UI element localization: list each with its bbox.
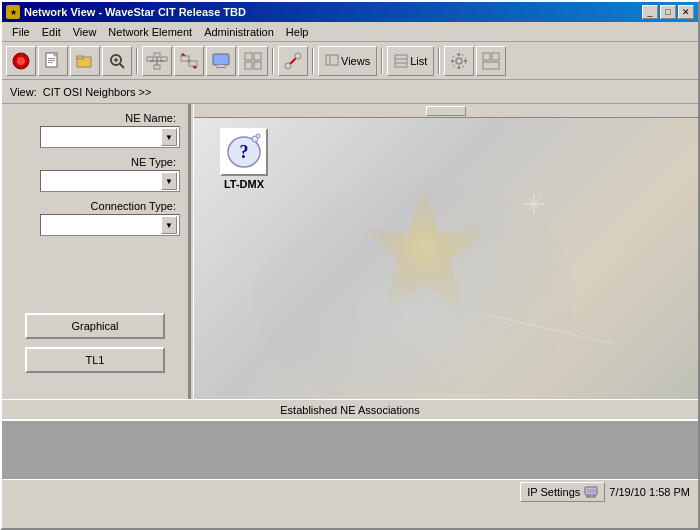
- close-button[interactable]: ✕: [678, 5, 694, 19]
- toolbar-sep-4: [381, 48, 383, 74]
- menu-file[interactable]: File: [6, 24, 36, 40]
- svg-point-40: [452, 54, 466, 68]
- ne-type-group: NE Type: ▼: [10, 156, 180, 192]
- network-element-ltdmx[interactable]: ? LT-DMX: [220, 128, 268, 190]
- background-decoration: [214, 114, 634, 394]
- menu-network-element[interactable]: Network Element: [102, 24, 198, 40]
- svg-rect-16: [154, 65, 160, 69]
- view-bar: View: CIT OSI Neighbors >>: [2, 80, 698, 104]
- bottom-status-bar: IP Settings 7/19/10 1:58 PM: [2, 479, 698, 504]
- svg-rect-44: [464, 60, 467, 62]
- settings-button[interactable]: [444, 46, 474, 76]
- menu-help[interactable]: Help: [280, 24, 315, 40]
- ne-type-label: NE Type:: [131, 156, 180, 168]
- svg-rect-25: [218, 65, 224, 67]
- disconnect-button[interactable]: [174, 46, 204, 76]
- bottom-area: IP Settings 7/19/10 1:58 PM: [2, 419, 698, 504]
- views-label: Views: [341, 55, 370, 67]
- ne-name-group: NE Name: ▼: [10, 112, 180, 148]
- menu-bar: File Edit View Network Element Administr…: [2, 22, 698, 42]
- svg-rect-34: [326, 55, 338, 65]
- stop-button[interactable]: [6, 46, 36, 76]
- ne-icon-box: ?: [220, 128, 268, 176]
- svg-rect-63: [587, 489, 591, 493]
- svg-rect-5: [48, 60, 55, 61]
- svg-rect-29: [245, 62, 252, 69]
- toolbar-sep-1: [136, 48, 138, 74]
- svg-rect-15: [161, 57, 167, 61]
- svg-rect-64: [592, 489, 596, 493]
- ne-name-arrow[interactable]: ▼: [161, 128, 177, 146]
- svg-rect-26: [216, 67, 226, 68]
- left-panel: NE Name: ▼ NE Type: ▼ Connection Type:: [2, 104, 190, 399]
- toolbar-sep-3: [312, 48, 314, 74]
- svg-rect-30: [254, 62, 261, 69]
- connection-type-dropdown[interactable]: ▼: [40, 214, 180, 236]
- status-bar: Established NE Associations: [2, 399, 698, 419]
- view-value: CIT OSI Neighbors >>: [43, 86, 152, 98]
- svg-rect-24: [213, 54, 229, 65]
- maximize-button[interactable]: □: [660, 5, 676, 19]
- svg-rect-14: [154, 53, 160, 57]
- list-label: List: [410, 55, 427, 67]
- svg-rect-43: [451, 60, 454, 62]
- datetime-display: 7/19/10 1:58 PM: [609, 486, 690, 498]
- status-text: Established NE Associations: [6, 404, 694, 416]
- svg-rect-41: [458, 53, 460, 56]
- connection-type-arrow[interactable]: ▼: [161, 216, 177, 234]
- view-label: View:: [10, 86, 37, 98]
- title-controls: _ □ ✕: [642, 5, 694, 19]
- svg-rect-42: [458, 66, 460, 69]
- svg-point-32: [285, 63, 291, 69]
- grid-button[interactable]: [238, 46, 268, 76]
- svg-rect-45: [483, 53, 490, 60]
- svg-rect-13: [147, 57, 153, 61]
- window-title: Network View - WaveStar CIT Release TBD: [24, 6, 246, 18]
- svg-rect-36: [395, 55, 407, 67]
- network-canvas[interactable]: ? LT-DMX: [194, 104, 698, 399]
- ne-type-dropdown[interactable]: ▼: [40, 170, 180, 192]
- open-button[interactable]: [70, 46, 100, 76]
- tl1-button[interactable]: TL1: [25, 347, 165, 373]
- ne-name-dropdown[interactable]: ▼: [40, 126, 180, 148]
- network-button[interactable]: [142, 46, 172, 76]
- graphical-button[interactable]: Graphical: [25, 313, 165, 339]
- ne-type-arrow[interactable]: ▼: [161, 172, 177, 190]
- ne-label: LT-DMX: [224, 178, 264, 190]
- views-button[interactable]: Views: [318, 46, 377, 76]
- ne-name-label: NE Name:: [125, 112, 180, 124]
- svg-rect-6: [48, 62, 53, 63]
- ip-settings-label: IP Settings: [527, 486, 580, 498]
- title-bar: ★ Network View - WaveStar CIT Release TB…: [2, 2, 698, 22]
- minimize-button[interactable]: _: [642, 5, 658, 19]
- ip-settings-icon: [584, 485, 598, 499]
- toolbar-sep-2: [272, 48, 274, 74]
- list-button[interactable]: List: [387, 46, 434, 76]
- ip-settings-button[interactable]: IP Settings: [520, 482, 605, 502]
- new-button[interactable]: [38, 46, 68, 76]
- svg-rect-8: [77, 56, 83, 59]
- menu-view[interactable]: View: [67, 24, 103, 40]
- svg-point-57: [256, 134, 260, 138]
- layout-button[interactable]: [476, 46, 506, 76]
- svg-text:?: ?: [240, 142, 249, 162]
- toolbar: Views List: [2, 42, 698, 80]
- menu-administration[interactable]: Administration: [198, 24, 280, 40]
- svg-rect-23: [189, 61, 197, 66]
- svg-line-10: [120, 64, 124, 68]
- svg-point-39: [456, 58, 462, 64]
- connect-button[interactable]: [278, 46, 308, 76]
- panels-area: NE Name: ▼ NE Type: ▼ Connection Type:: [2, 104, 698, 399]
- menu-edit[interactable]: Edit: [36, 24, 67, 40]
- monitor-button[interactable]: [206, 46, 236, 76]
- svg-rect-27: [245, 53, 252, 60]
- connection-type-group: Connection Type: ▼: [10, 200, 180, 236]
- zoom-button[interactable]: [102, 46, 132, 76]
- svg-rect-22: [181, 56, 189, 61]
- svg-point-1: [17, 57, 25, 65]
- toolbar-sep-5: [438, 48, 440, 74]
- svg-rect-28: [254, 53, 261, 60]
- svg-point-33: [295, 53, 301, 59]
- svg-rect-47: [483, 62, 499, 69]
- connection-type-label: Connection Type:: [91, 200, 180, 212]
